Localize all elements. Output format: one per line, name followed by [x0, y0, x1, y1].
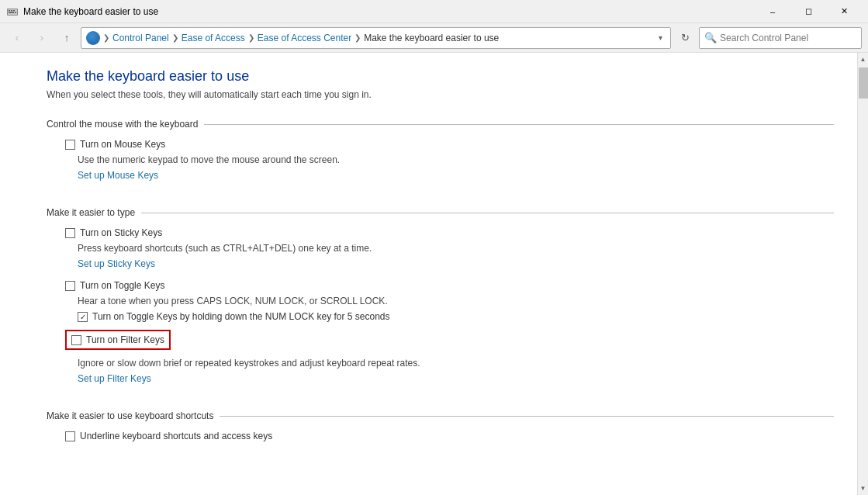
mouse-section-header: Control the mouse with the keyboard — [47, 119, 834, 130]
sticky-keys-row: Turn on Sticky Keys — [65, 227, 834, 238]
title-bar-left: Make the keyboard easier to use — [6, 5, 158, 18]
shortcuts-section-header: Make it easier to use keyboard shortcuts — [47, 410, 834, 421]
toggle-keys-checkbox[interactable] — [65, 281, 75, 291]
breadcrumb-sep-3: ❯ — [354, 33, 361, 42]
content-area: Make the keyboard easier to use When you… — [0, 53, 857, 495]
type-section-header: Make it easier to type — [47, 207, 834, 218]
search-input[interactable] — [720, 33, 856, 43]
search-box: 🔍 — [699, 27, 862, 49]
scroll-track — [858, 66, 868, 482]
setup-filter-keys-link[interactable]: Set up Filter Keys — [78, 373, 151, 384]
filter-keys-highlighted-row: Turn on Filter Keys — [65, 330, 171, 350]
underline-shortcuts-label[interactable]: Underline keyboard shortcuts and access … — [80, 431, 272, 441]
refresh-button[interactable]: ↻ — [674, 27, 696, 49]
address-globe-icon — [86, 31, 100, 45]
breadcrumb: Control Panel ❯ Ease of Access ❯ Ease of… — [112, 33, 652, 43]
close-button[interactable]: ✕ — [826, 0, 862, 23]
setup-mouse-keys-link[interactable]: Set up Mouse Keys — [78, 170, 158, 181]
sticky-keys-checkbox[interactable] — [65, 228, 75, 238]
page-subtitle: When you select these tools, they will a… — [47, 89, 834, 100]
svg-rect-2 — [9, 10, 10, 12]
address-bar: ❯ Control Panel ❯ Ease of Access ❯ Ease … — [81, 27, 671, 49]
mouse-keys-checkbox[interactable] — [65, 140, 75, 150]
up-button[interactable]: ↑ — [56, 27, 78, 49]
svg-rect-5 — [9, 12, 14, 13]
address-dropdown-icon[interactable]: ▾ — [655, 32, 666, 43]
app-icon — [6, 5, 19, 18]
filter-keys-checkbox[interactable] — [71, 335, 81, 345]
underline-shortcuts-checkbox[interactable] — [65, 431, 75, 441]
page-title: Make the keyboard easier to use — [47, 68, 834, 85]
toggle-keys-label[interactable]: Turn on Toggle Keys — [80, 280, 164, 291]
toggle-keys-desc: Hear a tone when you press CAPS LOCK, NU… — [78, 296, 834, 306]
globe-chevron-icon: ❯ — [103, 33, 109, 42]
nav-bar: ‹ › ↑ ❯ Control Panel ❯ Ease of Access ❯… — [0, 23, 868, 53]
toggle-keys-sub-row: Turn on Toggle Keys by holding down the … — [78, 311, 834, 322]
shortcuts-section-title: Make it easier to use keyboard shortcuts — [47, 410, 213, 421]
mouse-keys-desc: Use the numeric keypad to move the mouse… — [78, 154, 834, 165]
forward-button[interactable]: › — [31, 27, 53, 49]
toggle-keys-row: Turn on Toggle Keys — [65, 280, 834, 291]
scroll-thumb[interactable] — [859, 68, 868, 99]
scroll-down-arrow[interactable]: ▼ — [858, 482, 869, 495]
shortcuts-section-line — [220, 416, 834, 417]
svg-rect-6 — [15, 12, 16, 13]
title-bar-controls: – ◻ ✕ — [755, 0, 862, 23]
mouse-section: Control the mouse with the keyboard Turn… — [47, 119, 834, 192]
shortcuts-section: Make it easier to use keyboard shortcuts… — [47, 410, 834, 441]
sticky-keys-desc: Press keyboard shortcuts (such as CTRL+A… — [78, 243, 834, 254]
type-section: Make it easier to type Turn on Sticky Ke… — [47, 207, 834, 395]
mouse-section-line — [204, 124, 834, 125]
svg-rect-3 — [11, 10, 12, 12]
minimize-button[interactable]: – — [755, 0, 790, 23]
setup-sticky-keys-link[interactable]: Set up Sticky Keys — [78, 258, 155, 269]
breadcrumb-control-panel[interactable]: Control Panel — [112, 33, 169, 43]
breadcrumb-current: Make the keyboard easier to use — [364, 33, 499, 43]
breadcrumb-sep-2: ❯ — [248, 33, 254, 42]
type-section-line — [141, 213, 834, 213]
type-section-title: Make it easier to type — [47, 207, 135, 218]
scrollbar[interactable]: ▲ ▼ — [857, 53, 868, 495]
underline-shortcuts-row: Underline keyboard shortcuts and access … — [65, 431, 834, 441]
svg-rect-4 — [13, 10, 15, 12]
toggle-keys-shortcut-label[interactable]: Turn on Toggle Keys by holding down the … — [92, 311, 390, 322]
breadcrumb-ease-center[interactable]: Ease of Access Center — [258, 33, 351, 43]
search-icon: 🔍 — [704, 32, 717, 43]
title-bar: Make the keyboard easier to use – ◻ ✕ — [0, 0, 868, 23]
sticky-keys-label[interactable]: Turn on Sticky Keys — [80, 227, 162, 238]
window-title: Make the keyboard easier to use — [23, 6, 158, 17]
mouse-keys-label[interactable]: Turn on Mouse Keys — [80, 139, 165, 150]
window-body: Make the keyboard easier to use When you… — [0, 53, 868, 495]
scroll-up-arrow[interactable]: ▲ — [858, 53, 869, 66]
restore-button[interactable]: ◻ — [790, 0, 826, 23]
breadcrumb-sep-1: ❯ — [172, 33, 178, 42]
toggle-keys-shortcut-checkbox[interactable] — [78, 312, 88, 322]
filter-keys-desc: Ignore or slow down brief or repeated ke… — [78, 358, 834, 369]
filter-keys-label[interactable]: Turn on Filter Keys — [86, 334, 164, 345]
mouse-section-title: Control the mouse with the keyboard — [47, 119, 198, 130]
breadcrumb-ease-of-access[interactable]: Ease of Access — [182, 33, 245, 43]
back-button[interactable]: ‹ — [6, 27, 28, 49]
mouse-keys-row: Turn on Mouse Keys — [65, 139, 834, 150]
